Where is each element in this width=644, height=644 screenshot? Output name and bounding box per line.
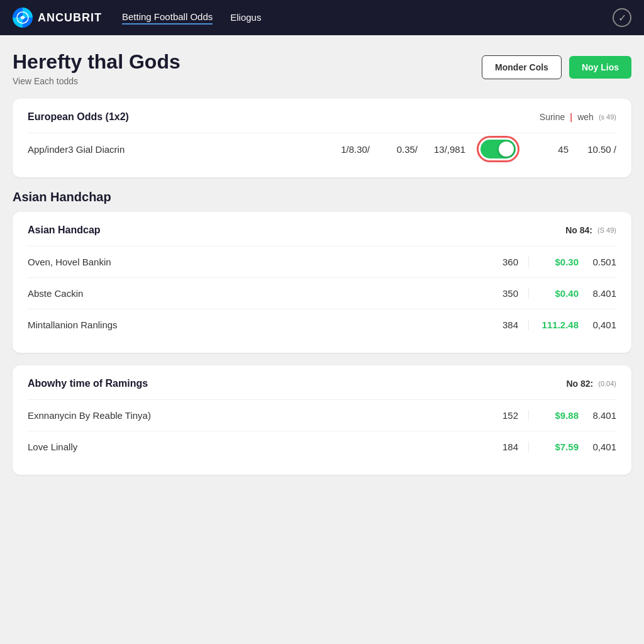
logo-text: ANCUBRIT <box>38 11 102 25</box>
european-odds-card: European Odds (1x2) Surine | weh (s 49) … <box>13 99 631 177</box>
row-num: 184 <box>480 441 518 452</box>
meta-separator: | <box>570 112 572 122</box>
row-price: $7.59 <box>528 441 579 452</box>
meta-surine: Surine <box>540 112 565 122</box>
european-odds-title: European Odds (1x2) <box>28 111 129 123</box>
table-row: Exnnanycin By Reable Tinya) 152 $9.88 8.… <box>28 399 616 431</box>
row-extra: 0.501 <box>579 257 616 267</box>
odds-val5: 10.50 / <box>579 144 616 155</box>
page-header: Herefty thal Gods View Each todds Monder… <box>13 50 631 86</box>
noy-lios-button[interactable]: Noy Lios <box>569 56 631 79</box>
page-title: Herefty thal Gods <box>13 50 180 74</box>
table-row: Mintallanion Ranlings 384 111.2.48 0,401 <box>28 309 616 340</box>
meta-sub: (s 49) <box>599 113 616 121</box>
row-price: $0.40 <box>528 288 579 299</box>
nav-link-betting[interactable]: Betting Football Odds <box>122 11 213 25</box>
table-row: Love Linally 184 $7.59 0,401 <box>28 431 616 462</box>
asian-handcap-heading: Asian Handchap <box>13 190 631 204</box>
meta-weh: weh <box>577 112 594 122</box>
row-extra: 0,401 <box>579 319 616 330</box>
monder-cols-button[interactable]: Monder Cols <box>482 55 562 79</box>
main-content: Herefty thal Gods View Each todds Monder… <box>0 35 644 502</box>
row-num: 152 <box>480 410 518 421</box>
asian-handcap-no: No 84: <box>565 225 592 235</box>
row-price: $0.30 <box>528 257 579 267</box>
row-label: Abste Cackin <box>28 288 480 299</box>
asian-handcap-card: Asian Handcap No 84: (S 49) Oven, Hovel … <box>13 212 631 353</box>
abowhy-header: Abowhy time of Ramings No 82: (0.04) <box>28 378 616 389</box>
row-num: 350 <box>480 288 518 299</box>
abowhy-title: Abowhy time of Ramings <box>28 378 148 389</box>
abowhy-meta-sub: (0.04) <box>598 380 616 387</box>
row-extra: 8.401 <box>579 410 616 421</box>
table-row: Abste Cackin 350 $0.40 8.401 <box>28 277 616 309</box>
row-label: Oven, Hovel Bankin <box>28 257 480 267</box>
row-price: 111.2.48 <box>528 319 579 330</box>
row-num: 360 <box>480 257 518 267</box>
toggle-switch[interactable] <box>480 140 516 158</box>
row-extra: 0,401 <box>579 441 616 452</box>
row-label: Exnnanycin By Reable Tinya) <box>28 410 480 421</box>
abowhy-no: No 82: <box>566 379 593 389</box>
toggle-highlight-circle <box>477 136 519 162</box>
header-actions: Monder Cols Noy Lios <box>482 55 631 79</box>
logo: ANCUBRIT <box>13 8 102 28</box>
asian-handcap-meta-sub: (S 49) <box>597 226 616 234</box>
table-row: Oven, Hovel Bankin 360 $0.30 0.501 <box>28 246 616 277</box>
odds-val3: 13/,981 <box>428 144 465 155</box>
asian-handcap-meta: No 84: (S 49) <box>565 225 616 235</box>
nav-check-icon[interactable]: ✓ <box>613 8 631 27</box>
abowhy-card: Abowhy time of Ramings No 82: (0.04) Exn… <box>13 365 631 475</box>
odds-val2: 0.35/ <box>380 144 418 155</box>
nav-link-eliogus[interactable]: Eliogus <box>230 12 261 24</box>
page-title-block: Herefty thal Gods View Each todds <box>13 50 180 86</box>
european-odds-header: European Odds (1x2) Surine | weh (s 49) <box>28 111 616 123</box>
row-extra: 8.401 <box>579 288 616 299</box>
page-subtitle: View Each todds <box>13 76 180 86</box>
row-num: 384 <box>480 319 518 330</box>
odds-row-label: App/inder3 Gial Diacrin <box>28 144 322 155</box>
row-price: $9.88 <box>528 410 579 421</box>
odds-val1: 1/8.30/ <box>332 144 370 155</box>
asian-handcap-title: Asian Handcap <box>28 225 101 236</box>
abowhy-meta: No 82: (0.04) <box>566 379 616 389</box>
row-label: Mintallanion Ranlings <box>28 319 480 330</box>
row-label: Love Linally <box>28 441 480 452</box>
odds-val4: 45 <box>531 144 569 155</box>
logo-icon <box>13 8 33 28</box>
european-odds-meta: Surine | weh (s 49) <box>540 112 616 122</box>
nav-links: Betting Football Odds Eliogus <box>122 11 592 25</box>
navbar: ANCUBRIT Betting Football Odds Eliogus ✓ <box>0 0 644 35</box>
european-odds-row: App/inder3 Gial Diacrin 1/8.30/ 0.35/ 13… <box>28 133 616 165</box>
asian-handcap-header: Asian Handcap No 84: (S 49) <box>28 225 616 236</box>
